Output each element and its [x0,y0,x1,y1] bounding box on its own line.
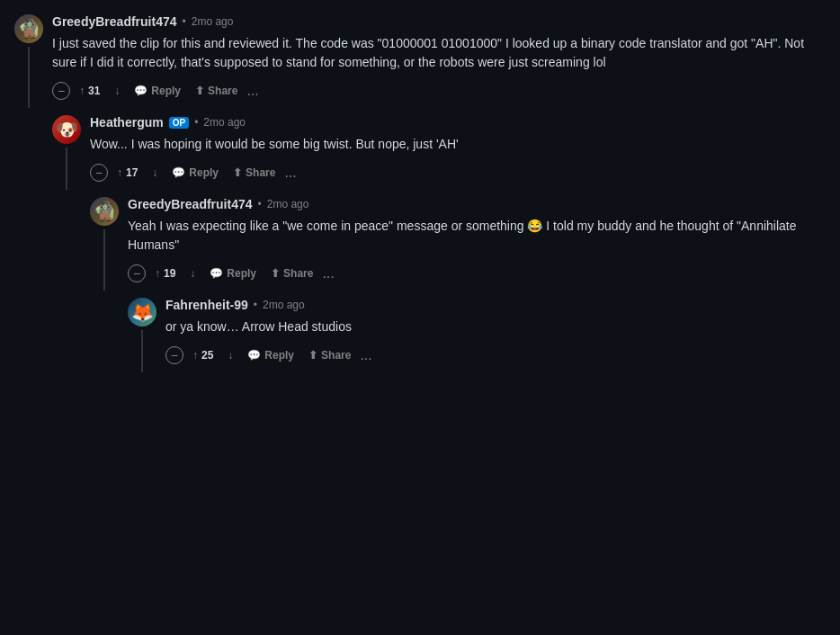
comment-left-2: 🐶 [52,115,81,190]
avatar-f99: 🦊 [128,298,156,326]
reply-btn-2[interactable]: 💬 Reply [166,163,224,183]
comment-4: 🦊 Fahrenheit-99 • 2mo ago or ya know… Ar… [128,298,824,372]
reply-icon-2: 💬 [172,166,185,179]
upvote-icon-2: ↑ [117,166,122,179]
avatar-icon-f99: 🦊 [131,301,154,323]
share-icon-1: ⬆ [195,85,204,97]
downvote-btn-4[interactable]: ↓ [222,345,238,365]
comment-thread: 🧌 GreedyBreadfruit474 • 2mo ago I just s… [14,14,824,372]
downvote-btn-1[interactable]: ↓ [109,81,125,101]
dot-sep-1: • [183,15,186,28]
more-options-3[interactable]: ... [322,265,334,282]
avatar-hg: 🐶 [52,115,81,144]
upvote-icon-4: ↑ [192,349,198,362]
upvote-btn-3[interactable]: ↑ 19 [149,264,181,283]
avatar-icon-gbf3: 🧌 [94,201,116,222]
reply-icon-4: 💬 [247,349,261,362]
username-4: Fahrenheit-99 [165,298,248,312]
username-1: GreedyBreadfruit474 [52,14,177,29]
timestamp-1: 2mo ago [192,15,234,28]
downvote-btn-3[interactable]: ↓ [184,264,201,283]
thread-line-4 [141,330,143,372]
downvote-btn-2[interactable]: ↓ [147,163,163,183]
timestamp-2: 2mo ago [203,116,246,129]
nested-section-1: 🐶 Heathergum OP • 2mo ago Wow... I was h… [52,115,824,372]
share-btn-3[interactable]: ⬆ Share [265,264,318,283]
username-3: GreedyBreadfruit474 [128,197,253,211]
comment-left-3: 🧌 [90,197,119,291]
dot-sep-4: • [254,299,257,311]
comment-right-1: GreedyBreadfruit474 • 2mo ago I just sav… [52,14,824,108]
comment-3: 🧌 GreedyBreadfruit474 • 2mo ago Yeah I w… [90,197,824,291]
thread-line-2 [66,148,67,190]
comment-actions-3: − ↑ 19 ↓ 💬 Reply ⬆ [128,264,824,283]
avatar-icon-gbf1: 🧌 [18,18,40,40]
collapse-btn-1[interactable]: − [52,82,70,100]
more-options-4[interactable]: ... [360,347,371,363]
downvote-icon-4: ↓ [228,349,233,362]
share-icon-3: ⬆ [271,267,280,280]
comment-body-1: I just saved the clip for this and revie… [52,34,824,72]
comment-actions-4: − ↑ 25 ↓ 💬 Reply [165,345,824,365]
comment-2: 🐶 Heathergum OP • 2mo ago Wow... I was h… [52,115,824,190]
downvote-icon-1: ↓ [114,85,120,97]
reply-label-3: Reply [227,267,256,280]
nested-section-2: 🧌 GreedyBreadfruit474 • 2mo ago Yeah I w… [90,197,824,372]
comment-left-1: 🧌 [14,14,43,108]
reply-btn-4[interactable]: 💬 Reply [242,345,299,365]
dot-sep-3: • [258,198,262,210]
upvote-icon-3: ↑ [155,267,160,280]
comment-1: 🧌 GreedyBreadfruit474 • 2mo ago I just s… [14,14,824,108]
nested-section-3: 🦊 Fahrenheit-99 • 2mo ago or ya know… Ar… [128,298,824,372]
upvote-icon-1: ↑ [79,85,85,97]
share-btn-1[interactable]: ⬆ Share [190,81,243,101]
avatar-icon-hg: 🐶 [56,119,78,140]
share-icon-4: ⬆ [308,349,317,362]
share-label-4: Share [321,349,351,362]
comment-header-3: GreedyBreadfruit474 • 2mo ago [128,197,824,211]
thread-line-3 [103,229,105,291]
more-options-2[interactable]: ... [284,165,296,181]
vote-count-2: 17 [126,166,138,179]
avatar-gbf3: 🧌 [90,197,119,226]
share-icon-2: ⬆ [233,166,242,179]
comment-header-4: Fahrenheit-99 • 2mo ago [165,298,824,312]
comment-right-3: GreedyBreadfruit474 • 2mo ago Yeah I was… [128,197,824,291]
collapse-btn-4[interactable]: − [165,346,183,364]
reply-label-1: Reply [151,85,181,97]
reply-icon-3: 💬 [210,267,223,280]
comment-body-3: Yeah I was expecting like a "we come in … [128,217,824,255]
reply-btn-3[interactable]: 💬 Reply [204,264,262,283]
share-label-3: Share [283,267,313,280]
reply-label-2: Reply [189,166,219,179]
upvote-btn-4[interactable]: ↑ 25 [187,345,219,365]
collapse-btn-2[interactable]: − [90,164,108,182]
comment-actions-1: − ↑ 31 ↓ 💬 Reply ⬆ Share ... [52,81,824,101]
vote-count-3: 19 [164,267,175,280]
comment-right-4: Fahrenheit-99 • 2mo ago or ya know… Arro… [165,298,824,372]
comment-body-4: or ya know… Arrow Head studios [165,318,824,336]
op-badge-2: OP [169,117,189,129]
vote-count-4: 25 [201,349,213,362]
reply-btn-1[interactable]: 💬 Reply [129,81,186,101]
collapse-btn-3[interactable]: − [128,264,146,282]
downvote-icon-3: ↓ [190,267,195,280]
timestamp-4: 2mo ago [263,299,305,311]
upvote-btn-1[interactable]: ↑ 31 [74,81,105,101]
thread-line-1 [28,47,30,108]
share-btn-2[interactable]: ⬆ Share [228,163,281,183]
comment-header-2: Heathergum OP • 2mo ago [90,115,824,130]
comment-right-2: Heathergum OP • 2mo ago Wow... I was hop… [90,115,824,190]
reply-icon-1: 💬 [134,85,147,97]
reply-label-4: Reply [264,349,294,362]
timestamp-3: 2mo ago [267,198,309,210]
upvote-btn-2[interactable]: ↑ 17 [112,163,143,183]
comment-header-1: GreedyBreadfruit474 • 2mo ago [52,14,824,29]
dot-sep-2: • [194,116,198,129]
vote-count-1: 31 [88,85,100,97]
username-2: Heathergum [90,115,164,130]
share-btn-4[interactable]: ⬆ Share [303,345,356,365]
share-label-1: Share [208,85,237,97]
comment-left-4: 🦊 [128,298,156,372]
more-options-1[interactable]: ... [246,83,258,99]
